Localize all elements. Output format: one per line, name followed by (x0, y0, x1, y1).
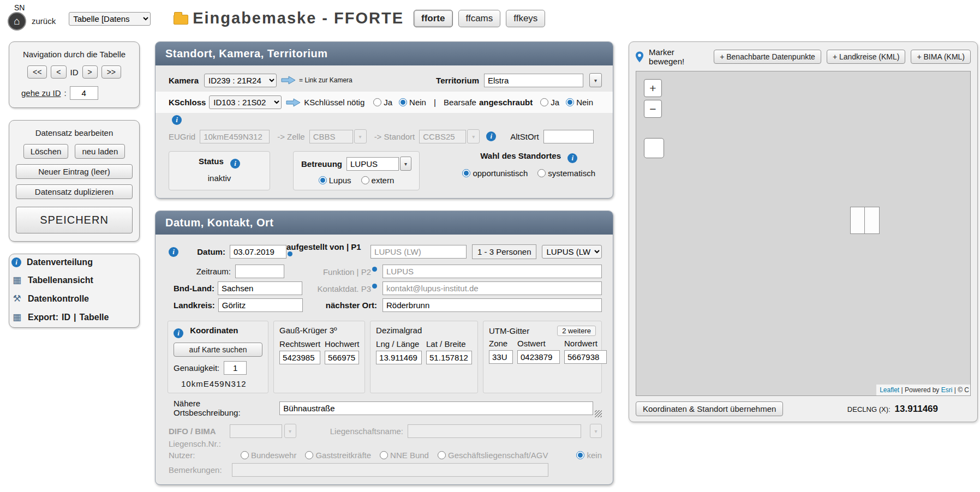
kschluessel-nein-option[interactable]: Nein (399, 98, 426, 107)
duplicate-record-button[interactable]: Datensatz duplizieren (16, 184, 133, 199)
nutzer-geschaeftsliegenschaft-option[interactable]: Geschäftsliegenschaft/AGV (438, 451, 548, 460)
p3-info-icon[interactable] (372, 284, 377, 289)
nutzer-kein-option[interactable]: kein (576, 451, 602, 460)
naechster-ort-input[interactable] (383, 298, 602, 312)
p1-input[interactable] (371, 245, 467, 259)
standort-info-icon[interactable]: i (486, 131, 496, 141)
betreuung-extern-option[interactable]: extern (361, 176, 395, 185)
bearsafe-ja-radio[interactable] (540, 98, 548, 106)
kschluessel-ja-radio[interactable] (373, 98, 381, 106)
benachbarte-datenpunkte-button[interactable]: + Benachbarte Datenpunkte (714, 50, 821, 64)
ortsbeschreibung-input[interactable] (279, 401, 593, 415)
goto-id-link[interactable]: gehe zu ID (21, 88, 61, 98)
p2-info-icon[interactable] (372, 267, 377, 272)
back-link[interactable]: zurück (32, 16, 56, 26)
map-extra-control[interactable] (644, 138, 664, 158)
export-id-link[interactable]: ID (62, 313, 70, 322)
utm-nordwert-input[interactable] (564, 350, 607, 364)
standortwahl-info-icon[interactable]: i (567, 153, 577, 163)
kschloss-link-arrow-icon[interactable] (286, 98, 301, 107)
auf-karte-suchen-button[interactable]: auf Karte suchen (174, 343, 262, 357)
wahl-opportunistisch-radio[interactable] (462, 169, 470, 177)
delete-button[interactable]: Löschen (23, 144, 69, 159)
altstort-input[interactable] (543, 130, 594, 143)
nutzer-nne-bund-option[interactable]: NNE Bund (380, 451, 429, 460)
territorium-input[interactable] (484, 74, 583, 87)
landkreise-kml-button[interactable]: + Landkreise (KML) (827, 50, 906, 64)
betreuung-extern-radio[interactable] (361, 176, 369, 184)
bima-kml-button[interactable]: + BIMA (KML) (911, 50, 971, 64)
koordinaten-uebernehmen-button[interactable]: Koordinaten & Standort übernehmen (636, 401, 783, 416)
p1-info-icon[interactable] (288, 251, 292, 256)
datenkontrolle-link[interactable]: ⚒ Datenkontrolle (11, 293, 137, 304)
goto-id-input[interactable] (70, 86, 98, 100)
kschluessel-nein-radio[interactable] (399, 98, 407, 106)
gk-rechtswert-input[interactable] (279, 351, 320, 364)
wahl-systematisch-radio[interactable] (537, 169, 546, 177)
nav-first-button[interactable]: << (27, 65, 47, 79)
nav-prev-button[interactable]: < (51, 65, 66, 79)
betreuung-input[interactable] (346, 157, 399, 171)
territorium-dropdown-button[interactable]: ▾ (589, 73, 602, 87)
datum-input[interactable] (230, 245, 286, 259)
fforte-button[interactable]: fforte (414, 10, 452, 27)
utm-zone-input[interactable] (489, 350, 513, 364)
table-select[interactable]: Tabelle [Datens (69, 12, 151, 26)
p2-input[interactable] (383, 265, 602, 278)
ffkeys-button[interactable]: ffkeys (506, 10, 545, 27)
dez-lng-input[interactable] (376, 351, 422, 364)
wahl-opportunistisch-option[interactable]: opportunistisch (462, 169, 528, 178)
zeitraum-input[interactable] (235, 265, 284, 278)
wahl-systematisch-option[interactable]: systematisch (537, 169, 595, 178)
datenverteilung-link[interactable]: i Datenverteilung (11, 257, 137, 267)
nutzer-gaststreitkraefte-option[interactable]: Gaststreitkräfte (305, 451, 371, 460)
datum-info-icon[interactable]: i (169, 247, 178, 257)
nav-last-button[interactable]: >> (101, 65, 121, 79)
status-label: Status (199, 157, 224, 166)
utm-ostwert-input[interactable] (517, 350, 560, 364)
kschloss-select[interactable]: ID103 : 21S02 (209, 95, 282, 109)
dez-lat-input[interactable] (426, 351, 472, 364)
leaflet-link[interactable]: Leaflet (880, 386, 899, 394)
reload-button[interactable]: neu laden (75, 144, 125, 159)
tabellenansicht-link[interactable]: ▦ Tabellenansicht (11, 274, 137, 286)
new-entry-button[interactable]: Neuer Eintrag (leer) (16, 164, 133, 179)
map-area[interactable]: + − Leaflet | Powered by Esri | © C (636, 71, 971, 396)
resize-grip-icon[interactable] (595, 410, 602, 417)
p1-select[interactable]: LUPUS (LW (542, 245, 602, 259)
nutzer-bundeswehr-option[interactable]: Bundeswehr (241, 451, 296, 460)
landkreis-input[interactable] (218, 298, 303, 312)
koordinaten-info-icon[interactable]: i (174, 328, 183, 338)
export-tabelle-link[interactable]: Tabelle (79, 313, 109, 322)
bearsafe-nein-radio[interactable] (566, 98, 574, 106)
table-navigation-box: Navigation durch die Tabelle << < ID > >… (9, 41, 140, 108)
utm-more-button[interactable]: 2 weitere (557, 326, 596, 336)
bndland-input[interactable] (218, 281, 302, 295)
betreuung-dropdown-button[interactable]: ▾ (400, 157, 411, 171)
betreuung-lupus-option[interactable]: Lupus (319, 176, 351, 185)
nutzer-geschaeftsliegenschaft-radio[interactable] (438, 451, 446, 459)
kschluessel-ja-option[interactable]: Ja (373, 98, 392, 107)
status-info-icon[interactable]: i (230, 159, 240, 169)
link-arrow-icon[interactable] (281, 76, 296, 85)
nutzer-nne-bund-radio[interactable] (380, 451, 388, 459)
betreuung-lupus-radio[interactable] (319, 176, 327, 184)
kamera-select[interactable]: ID239 : 21R24 (204, 74, 277, 87)
personen-count-box[interactable]: 1 - 3 Personen (472, 244, 536, 259)
zoom-out-button[interactable]: − (644, 100, 662, 118)
gk-hochwert-input[interactable] (325, 351, 359, 364)
nutzer-gaststreitkraefte-radio[interactable] (305, 451, 313, 459)
nutzer-kein-radio[interactable] (576, 451, 584, 459)
esri-link[interactable]: Esri (941, 386, 953, 394)
nav-next-button[interactable]: > (82, 65, 98, 79)
nutzer-bundeswehr-radio[interactable] (241, 451, 249, 459)
ffcams-button[interactable]: ffcams (458, 10, 501, 27)
genauigkeit-input[interactable] (224, 361, 247, 375)
save-button[interactable]: SPEICHERN (16, 207, 133, 233)
bearsafe-nein-option[interactable]: Nein (566, 98, 593, 107)
kschloss-info-icon[interactable]: i (172, 115, 182, 125)
p3-input[interactable] (383, 281, 602, 295)
home-icon[interactable]: ⌂ (8, 12, 26, 31)
bearsafe-ja-option[interactable]: Ja (540, 98, 559, 107)
zoom-in-button[interactable]: + (644, 79, 662, 97)
